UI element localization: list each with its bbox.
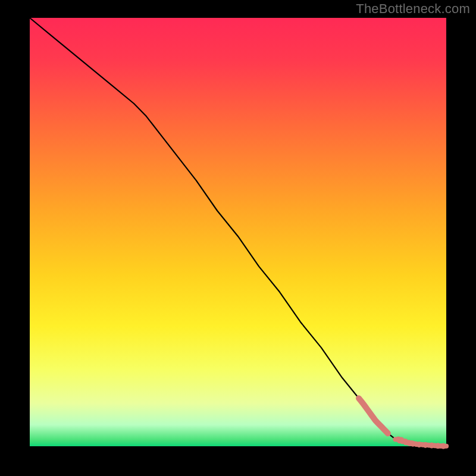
chart-stage: TheBottleneck.com xyxy=(0,0,476,476)
plot-svg xyxy=(30,18,446,446)
gradient-rect xyxy=(30,18,446,446)
highlight-dot xyxy=(441,443,446,449)
plot-frame xyxy=(30,18,446,446)
watermark-text: TheBottleneck.com xyxy=(356,1,470,17)
